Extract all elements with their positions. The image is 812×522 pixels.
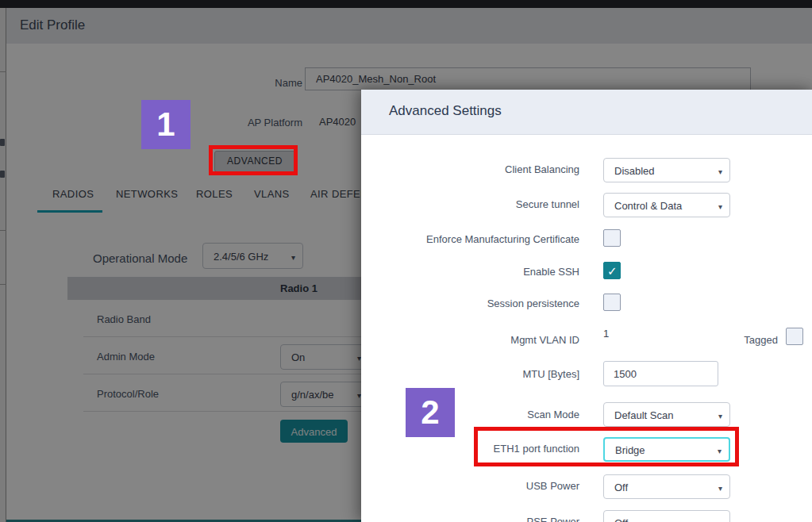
chevron-down-icon [718, 481, 722, 493]
usb-power-label: USB Power [526, 480, 579, 492]
screen: Edit Profile Name AP Platform AP4020 ADV… [0, 0, 812, 522]
tagged-label: Tagged [744, 334, 778, 346]
enable-ssh-checkbox[interactable] [603, 262, 621, 279]
secure-tunnel-select[interactable]: Control & Data [603, 193, 730, 217]
mgmt-vlan-value: 1 [603, 328, 609, 340]
mtu-label: MTU [Bytes] [522, 368, 579, 380]
scan-mode-select[interactable]: Default Scan [603, 402, 730, 427]
pse-power-select[interactable]: Off [603, 510, 730, 522]
advanced-settings-title: Advanced Settings [389, 103, 502, 119]
advanced-settings-header: Advanced Settings [361, 90, 812, 135]
step-2-badge: 2 [406, 388, 455, 437]
mgmt-vlan-label: Mgmt VLAN ID [510, 334, 579, 346]
mtu-input[interactable] [603, 361, 718, 386]
scan-mode-value: Default Scan [614, 409, 673, 420]
chevron-down-icon [718, 164, 722, 176]
client-balancing-value: Disabled [614, 164, 655, 176]
session-persistence-label: Session persistence [487, 297, 579, 309]
step-1-badge: 1 [141, 100, 190, 149]
chevron-down-icon [718, 409, 722, 420]
chevron-down-icon [718, 199, 722, 211]
pse-power-value: Off [614, 516, 628, 522]
scan-mode-label: Scan Mode [527, 409, 579, 420]
enable-ssh-label: Enable SSH [523, 266, 579, 278]
secure-tunnel-label: Secure tunnel [516, 198, 579, 210]
client-balancing-select[interactable]: Disabled [603, 158, 730, 182]
usb-power-select[interactable]: Off [603, 474, 730, 499]
usb-power-value: Off [614, 481, 628, 493]
enforce-cert-label: Enforce Manufacturing Certificate [426, 233, 579, 245]
chevron-down-icon [718, 516, 722, 522]
secure-tunnel-value: Control & Data [614, 199, 682, 211]
enforce-cert-checkbox[interactable] [603, 229, 621, 247]
session-persistence-checkbox[interactable] [603, 294, 621, 311]
callout-box-eth1-port-function [474, 427, 739, 466]
callout-box-advanced-button [209, 145, 298, 175]
tagged-checkbox[interactable] [786, 328, 803, 345]
pse-power-label: PSE Power [527, 516, 579, 522]
client-balancing-label: Client Balancing [505, 163, 579, 175]
